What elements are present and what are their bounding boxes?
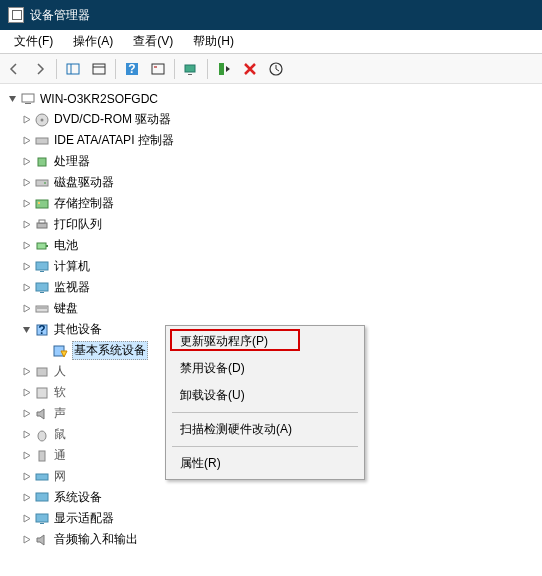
- svg-rect-25: [46, 245, 48, 247]
- forward-button[interactable]: [28, 57, 52, 81]
- tree-node-cpu[interactable]: 处理器: [2, 151, 542, 172]
- storage-icon: [34, 196, 50, 212]
- legacy-button[interactable]: [146, 57, 170, 81]
- collapse-icon[interactable]: [20, 324, 32, 336]
- svg-point-15: [41, 118, 44, 121]
- controller-icon: [34, 133, 50, 149]
- node-label: IDE ATA/ATAPI 控制器: [54, 132, 174, 149]
- ctx-update-driver[interactable]: 更新驱动程序(P): [168, 328, 362, 355]
- tree-node-dvd[interactable]: DVD/CD-ROM 驱动器: [2, 109, 542, 130]
- svg-rect-30: [36, 306, 48, 312]
- mouse-icon: [34, 427, 50, 443]
- tree-node-sound[interactable]: 音频输入和输出: [2, 529, 542, 550]
- cpu-icon: [34, 154, 50, 170]
- menu-file[interactable]: 文件(F): [4, 31, 63, 52]
- menu-view[interactable]: 查看(V): [123, 31, 183, 52]
- svg-rect-0: [67, 64, 79, 74]
- enable-button[interactable]: [212, 57, 236, 81]
- disk-icon: [34, 175, 50, 191]
- expand-icon[interactable]: [20, 156, 32, 168]
- system-icon: [34, 490, 50, 506]
- svg-text:?: ?: [38, 323, 45, 337]
- expand-icon[interactable]: [20, 303, 32, 315]
- node-label: 声: [54, 405, 66, 422]
- expand-icon[interactable]: [20, 513, 32, 525]
- device-tree[interactable]: WIN-O3KR2SOFGDC DVD/CD-ROM 驱动器 IDE ATA/A…: [0, 84, 542, 554]
- menu-separator: [172, 446, 358, 447]
- monitor-icon: [34, 280, 50, 296]
- tree-node-system[interactable]: 系统设备: [2, 487, 542, 508]
- svg-rect-35: [37, 368, 47, 376]
- svg-rect-24: [37, 243, 46, 249]
- context-menu: 更新驱动程序(P) 禁用设备(D) 卸载设备(U) 扫描检测硬件改动(A) 属性…: [165, 325, 365, 480]
- node-label: 通: [54, 447, 66, 464]
- tree-node-computer[interactable]: 计算机: [2, 256, 542, 277]
- tree-node-ide[interactable]: IDE ATA/ATAPI 控制器: [2, 130, 542, 151]
- tree-node-disk[interactable]: 磁盘驱动器: [2, 172, 542, 193]
- expand-icon[interactable]: [20, 219, 32, 231]
- expand-icon[interactable]: [20, 429, 32, 441]
- battery-icon: [34, 238, 50, 254]
- back-button[interactable]: [2, 57, 26, 81]
- svg-rect-10: [219, 63, 224, 75]
- ctx-uninstall-device[interactable]: 卸载设备(U): [168, 382, 362, 409]
- printer-icon: [34, 217, 50, 233]
- tree-node-print[interactable]: 打印队列: [2, 214, 542, 235]
- node-label: 其他设备: [54, 321, 102, 338]
- menubar: 文件(F) 操作(A) 查看(V) 帮助(H): [0, 30, 542, 54]
- network-icon: [34, 469, 50, 485]
- expand-icon[interactable]: [20, 408, 32, 420]
- expand-icon[interactable]: [20, 177, 32, 189]
- tree-node-storage[interactable]: 存储控制器: [2, 193, 542, 214]
- tree-root[interactable]: WIN-O3KR2SOFGDC: [2, 88, 542, 109]
- expand-icon[interactable]: [20, 366, 32, 378]
- update-button[interactable]: [264, 57, 288, 81]
- expand-icon[interactable]: [20, 534, 32, 546]
- software-icon: [34, 385, 50, 401]
- expand-icon[interactable]: [20, 492, 32, 504]
- separator: [115, 59, 116, 79]
- monitor-icon: [34, 259, 50, 275]
- node-label: 监视器: [54, 279, 90, 296]
- tree-node-keyboard[interactable]: 键盘: [2, 298, 542, 319]
- node-label: WIN-O3KR2SOFGDC: [40, 92, 158, 106]
- svg-rect-27: [40, 271, 44, 272]
- unknown-icon: ?: [34, 322, 50, 338]
- svg-rect-42: [40, 523, 44, 524]
- expand-icon[interactable]: [20, 387, 32, 399]
- show-hide-button[interactable]: [61, 57, 85, 81]
- expand-icon[interactable]: [20, 114, 32, 126]
- svg-rect-29: [40, 292, 44, 293]
- expand-icon[interactable]: [20, 282, 32, 294]
- expand-icon[interactable]: [20, 198, 32, 210]
- svg-rect-40: [36, 493, 48, 501]
- tree-node-monitor[interactable]: 监视器: [2, 277, 542, 298]
- svg-point-19: [44, 182, 46, 184]
- ctx-scan-hardware[interactable]: 扫描检测硬件改动(A): [168, 416, 362, 443]
- app-icon: [8, 7, 24, 23]
- expand-icon[interactable]: [20, 471, 32, 483]
- node-label: 音频输入和输出: [54, 531, 138, 548]
- svg-text:?: ?: [128, 62, 135, 76]
- ctx-disable-device[interactable]: 禁用设备(D): [168, 355, 362, 382]
- svg-rect-28: [36, 283, 48, 291]
- menu-help[interactable]: 帮助(H): [183, 31, 244, 52]
- menu-action[interactable]: 操作(A): [63, 31, 123, 52]
- properties-button[interactable]: [87, 57, 111, 81]
- tree-node-display[interactable]: 显示适配器: [2, 508, 542, 529]
- expand-icon[interactable]: [20, 240, 32, 252]
- collapse-icon[interactable]: [6, 93, 18, 105]
- svg-rect-22: [37, 223, 47, 228]
- uninstall-button[interactable]: [238, 57, 262, 81]
- tree-node-battery[interactable]: 电池: [2, 235, 542, 256]
- expand-icon[interactable]: [20, 261, 32, 273]
- expand-icon[interactable]: [20, 450, 32, 462]
- node-label: 键盘: [54, 300, 78, 317]
- scan-button[interactable]: [179, 57, 203, 81]
- expand-icon[interactable]: [20, 135, 32, 147]
- ctx-properties[interactable]: 属性(R): [168, 450, 362, 477]
- help-button[interactable]: ?: [120, 57, 144, 81]
- node-label: 磁盘驱动器: [54, 174, 114, 191]
- menu-separator: [172, 412, 358, 413]
- node-label: 网: [54, 468, 66, 485]
